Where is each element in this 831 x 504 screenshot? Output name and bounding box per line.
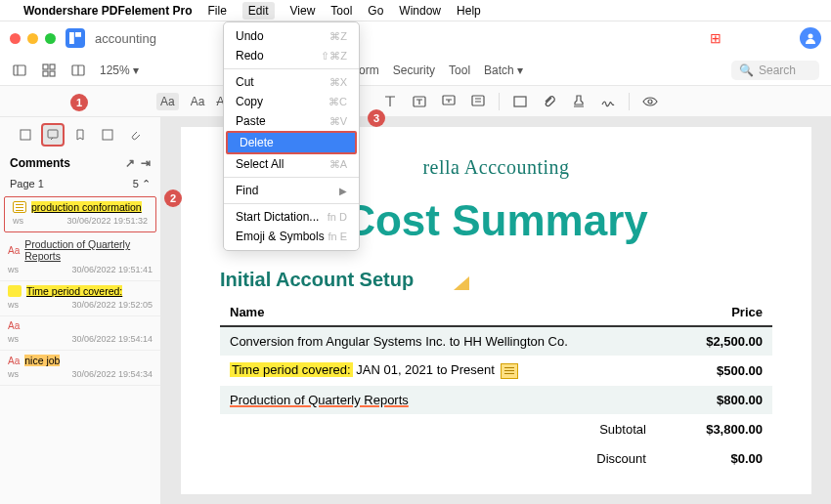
system-menubar: Wondershare PDFelement Pro File Edit Vie… [0,0,831,21]
menu-selectall[interactable]: Select All⌘A [224,154,359,174]
comment-item[interactable]: Time period covered: ws30/06/2022 19:52:… [0,281,160,316]
tab-tool[interactable]: Tool [449,63,470,77]
thumbnail-view-icon[interactable] [41,63,57,78]
tab-security[interactable]: Security [393,63,435,77]
svg-rect-1 [75,32,81,37]
textbox-icon[interactable] [411,93,428,110]
close-window-icon[interactable] [10,33,21,44]
col-price: Price [676,299,772,326]
table-row: Production of Quarterly Reports$800.00 [220,386,772,414]
app-name[interactable]: Wondershare PDFelement Pro [23,4,193,18]
svg-rect-16 [21,130,30,140]
menu-window[interactable]: Window [399,4,441,18]
text-annotation-icon[interactable] [381,93,399,110]
comments-tab-icon[interactable] [41,123,65,147]
menu-edit[interactable]: Edit [242,2,275,20]
menu-paste[interactable]: Paste⌘V [224,111,359,131]
sidebar-toggle-icon[interactable] [12,63,27,78]
chevron-right-icon: ▶ [339,186,347,196]
highlight-tool-icon[interactable]: Aa [156,93,179,110]
price-table: NamePrice Conversion from Angular System… [220,299,772,473]
traffic-lights [10,33,56,44]
sidebar-tabs [0,117,160,152]
svg-rect-18 [103,130,112,140]
home-grid-icon[interactable]: ⊞ [710,30,722,46]
menu-tool[interactable]: Tool [330,4,352,18]
collapse-icon[interactable]: ⌃ [142,178,151,189]
section-heading: Initial Account Setup [220,269,772,291]
main-toolbar: 125%▾ Form Security Tool Batch ▾ 🔍 Searc… [0,55,831,86]
maximize-window-icon[interactable] [45,33,56,44]
menu-cut[interactable]: Cut⌘X [224,72,359,92]
minimize-window-icon[interactable] [27,33,38,44]
svg-rect-5 [43,64,48,69]
zoom-dropdown[interactable]: 125%▾ [100,63,139,77]
attachment-icon[interactable] [541,93,558,110]
text-tool-icon[interactable]: Aa [191,95,205,108]
bookmarks-tab-icon[interactable] [68,123,92,147]
user-avatar[interactable] [800,27,821,49]
page-view-icon[interactable] [70,63,86,78]
comment-item[interactable]: Aanice job ws30/06/2022 19:54:34 [0,351,160,386]
menu-file[interactable]: File [208,4,227,18]
signature-icon[interactable] [599,93,617,110]
triangle-shape-icon [454,276,469,290]
discount-row: Discount$0.00 [220,443,772,473]
svg-point-2 [809,34,813,39]
tab-batch[interactable]: Batch ▾ [484,63,523,77]
sticky-note-icon [13,201,26,213]
search-icon: 🔍 [739,63,754,77]
subtotal-row: Subtotal$3,800.00 [220,414,772,443]
app-logo-icon [66,28,85,48]
table-row: Time period covered: JAN 01, 2021 to Pre… [220,356,772,386]
menu-dictation[interactable]: Start Dictation...fn D [224,207,359,227]
svg-rect-0 [69,32,74,44]
annotation-toolbar: Aa Aa Aa [0,86,831,117]
sticky-note-icon[interactable] [501,363,518,379]
menu-redo[interactable]: Redo⇧⌘Z [224,46,359,65]
svg-rect-3 [14,65,25,75]
page-label: Page 1 [10,178,44,190]
chevron-down-icon: ▾ [517,63,523,77]
attachments-tab-icon[interactable] [123,123,147,147]
menu-copy[interactable]: Copy⌘C [224,92,359,111]
comment-item[interactable]: Aa ws30/06/2022 19:54:14 [0,316,160,351]
text-annotation-icon: Aa [8,320,20,331]
sidebar-panel: Comments ↗ ⇥ Page 1 5 ⌃ production confo… [0,117,161,504]
highlight-icon [8,285,22,297]
svg-rect-17 [48,130,58,138]
callout-badge-2: 2 [164,189,182,207]
callout-badge-1: 1 [70,94,88,111]
search-input[interactable]: 🔍 Search [731,61,819,80]
underline-icon: Aa [8,245,20,256]
stamp-icon[interactable] [570,93,588,110]
note-icon[interactable] [469,93,487,110]
comment-item[interactable]: AaProduction of Quarterly Reports ws30/0… [0,234,160,281]
svg-rect-8 [50,71,55,76]
menu-help[interactable]: Help [457,4,481,18]
menu-emoji[interactable]: Emoji & Symbolsfn E [224,227,359,246]
export-comments-icon[interactable]: ↗ [125,156,135,170]
menu-undo[interactable]: Undo⌘Z [224,26,359,46]
svg-point-15 [648,100,652,104]
menu-go[interactable]: Go [368,4,383,18]
edit-dropdown: Undo⌘Z Redo⇧⌘Z Cut⌘X Copy⌘C Paste⌘V Dele… [223,21,360,251]
col-name: Name [220,299,676,326]
comment-item[interactable]: production conformation ws30/06/2022 19:… [4,196,156,232]
thumbnail-tab-icon[interactable] [14,123,37,147]
search-tab-icon[interactable] [96,123,119,147]
comments-title: Comments [10,156,70,170]
window-titlebar: accounting ⊞ [0,21,831,55]
shape-rect-icon[interactable] [511,93,529,110]
callout-icon[interactable] [440,93,458,110]
svg-rect-14 [514,97,526,106]
callout-badge-3: 3 [368,109,385,127]
menu-find[interactable]: Find▶ [224,181,359,200]
document-title: accounting [95,31,156,46]
eye-icon[interactable] [641,93,659,110]
menu-delete[interactable]: Delete [226,131,357,154]
svg-rect-13 [472,96,484,105]
menu-view[interactable]: View [290,4,316,18]
import-comments-icon[interactable]: ⇥ [141,156,151,170]
chevron-down-icon: ▾ [133,63,139,77]
